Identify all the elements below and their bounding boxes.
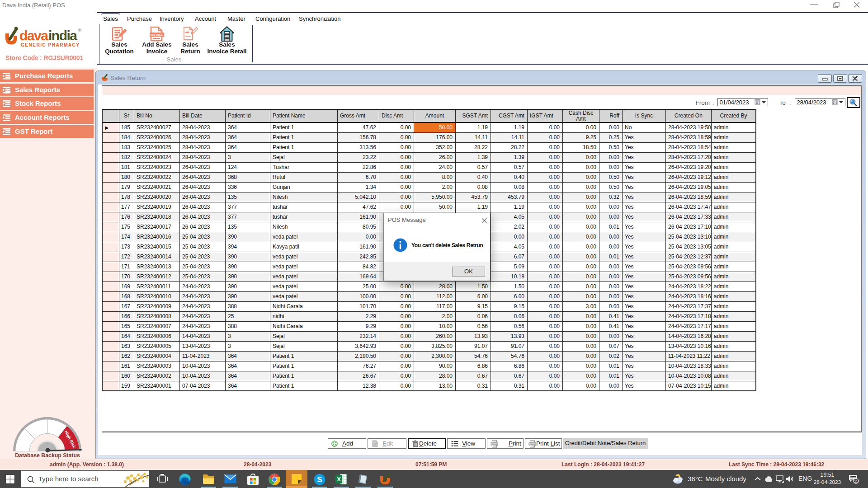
svg-text:X: X (337, 476, 341, 483)
svg-text:dava: dava (19, 28, 48, 43)
svg-text:india: india (48, 28, 77, 43)
svg-text:S: S (317, 475, 322, 484)
svg-text:11: 11 (854, 479, 858, 483)
svg-text:®: ® (78, 28, 81, 33)
svg-text:GENERIC PHARMACY: GENERIC PHARMACY (21, 42, 80, 47)
svg-text:INVOICE: INVOICE (151, 33, 163, 36)
